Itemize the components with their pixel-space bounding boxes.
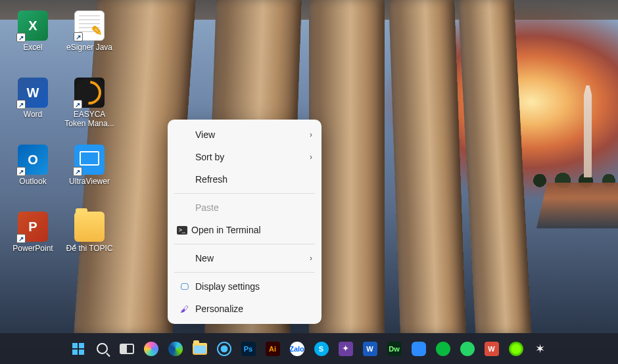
desktop-icon-label: Outlook [19, 177, 46, 187]
ctx-open-terminal[interactable]: >_ Open in Terminal [168, 219, 321, 241]
copilot-button[interactable] [142, 340, 160, 358]
desktop-icon-label: PowerPoint [12, 244, 53, 254]
illustrator-app[interactable]: Ai [264, 340, 282, 358]
copilot-icon [144, 342, 158, 356]
desktop-icon-word[interactable]: W↗Word [7, 74, 59, 139]
separator [174, 244, 315, 244]
shortcut-arrow-icon: ↗ [16, 234, 26, 243]
easyca-icon: ↗ [74, 78, 105, 108]
green-app[interactable] [507, 340, 525, 358]
eagle-app[interactable]: ✶ [531, 340, 550, 358]
ctx-label: Display settings [195, 281, 260, 292]
file-explorer-app[interactable] [191, 340, 209, 358]
dethitopic-icon [74, 212, 105, 242]
desktop-icon-grid: X↗Excel↗eSigner JavaW↗Word↗EASYCA Token … [7, 7, 116, 273]
terminal-icon: >_ [177, 226, 187, 235]
desktop-icon-label: Word [24, 110, 42, 120]
ctx-view[interactable]: View › [168, 124, 321, 146]
ctx-display-settings[interactable]: 🖵 Display settings [168, 275, 321, 298]
word-icon: W↗ [18, 78, 48, 108]
word-app[interactable]: W [361, 340, 379, 358]
ctx-label: Refresh [195, 174, 227, 185]
ctx-label: Sort by [195, 152, 224, 162]
desktop-icon-label: Đề thi TOPIC [66, 244, 112, 254]
ctx-label: New [195, 253, 214, 263]
shortcut-arrow-icon: ↗ [16, 33, 26, 42]
start-button[interactable] [69, 340, 87, 358]
foxit-icon: ✦ [339, 342, 353, 356]
desktop-icon-powerpoint[interactable]: P↗PowerPoint [7, 208, 59, 273]
zoom-app[interactable] [410, 340, 428, 358]
wallpaper-pillar [389, 0, 466, 333]
wallpaper-pool [536, 183, 618, 228]
desktop-icon-label: EASYCA Token Mana... [64, 110, 115, 129]
dw-icon: Dw [387, 342, 402, 356]
shortcut-arrow-icon: ↗ [73, 167, 82, 176]
powerpoint-icon: P↗ [18, 212, 48, 242]
task-view-button[interactable] [118, 340, 136, 358]
windows-icon [72, 343, 84, 355]
wps-icon: W [485, 342, 499, 356]
outlook-icon: O↗ [18, 145, 48, 175]
shortcut-arrow-icon: ↗ [16, 100, 26, 109]
ctx-sort-by[interactable]: Sort by › [168, 146, 321, 168]
zalo-app[interactable]: Zalo [288, 340, 306, 358]
desktop-icon-esigner[interactable]: ↗eSigner Java [63, 7, 116, 72]
desktop-icon-outlook[interactable]: O↗Outlook [7, 141, 59, 206]
chevron-right-icon: › [310, 254, 312, 263]
edge-app[interactable] [166, 340, 185, 358]
whatsapp-app[interactable] [458, 340, 477, 358]
desktop-icon-label: eSigner Java [66, 43, 112, 53]
desktop-icon-easyca[interactable]: ↗EASYCA Token Mana... [63, 74, 116, 139]
edge-icon [168, 342, 183, 356]
assistant-app[interactable] [215, 340, 233, 358]
wps-app[interactable]: W [483, 340, 501, 358]
zoom-icon [412, 342, 426, 356]
folder-icon [193, 343, 207, 355]
desktop[interactable]: X↗Excel↗eSigner JavaW↗Word↗EASYCA Token … [0, 0, 618, 364]
desktop-icon-excel[interactable]: X↗Excel [7, 7, 59, 72]
skype-icon: S [314, 342, 329, 356]
display-icon: 🖵 [177, 282, 191, 292]
chevron-right-icon: › [310, 152, 312, 162]
wordtb-icon: W [363, 342, 377, 356]
shortcut-arrow-icon: ↗ [74, 32, 83, 41]
excel-icon: X↗ [18, 11, 48, 41]
whatsapp-icon [460, 342, 475, 356]
desktop-icon-ultraviewer[interactable]: ↗UltraViewer [63, 141, 116, 206]
zalo-icon: Zalo [290, 342, 304, 356]
taskbar: PsAiZaloS✦WDwW✶ [0, 333, 618, 364]
desktop-icon-label: UltraViewer [69, 177, 110, 187]
search-button[interactable] [93, 340, 112, 358]
separator [174, 193, 315, 194]
personalize-icon: 🖌 [177, 304, 191, 314]
wechat-icon [436, 342, 450, 356]
wechat-app[interactable] [434, 340, 452, 358]
foxit-app[interactable]: ✦ [337, 340, 355, 358]
ultraviewer-icon: ↗ [74, 145, 105, 175]
ctx-label: Open in Terminal [191, 225, 261, 235]
photoshop-app[interactable]: Ps [239, 340, 258, 358]
ctx-label: Paste [195, 202, 219, 213]
desktop-context-menu: View › Sort by › Refresh Paste >_ Open i… [168, 120, 321, 324]
ctx-paste: Paste [168, 196, 321, 219]
circle-icon [217, 342, 231, 356]
separator [174, 272, 315, 273]
shortcut-arrow-icon: ↗ [73, 100, 82, 109]
wallpaper-pillar [458, 0, 532, 333]
ctx-label: View [195, 129, 215, 140]
desktop-icon-dethitopic[interactable]: Đề thi TOPIC [63, 208, 116, 273]
ctx-new[interactable]: New › [168, 247, 321, 269]
dreamweaver-app[interactable]: Dw [385, 340, 404, 358]
ps-icon: Ps [241, 342, 256, 356]
ctx-refresh[interactable]: Refresh [168, 168, 321, 191]
wallpaper-monument [584, 85, 592, 177]
desktop-icon-label: Excel [23, 43, 42, 53]
taskview-icon [120, 344, 134, 354]
ctx-personalize[interactable]: 🖌 Personalize [168, 298, 321, 320]
ctx-label: Personalize [195, 304, 243, 314]
esigner-icon: ↗ [74, 11, 105, 41]
ai-icon: Ai [266, 342, 280, 356]
neon-icon [509, 342, 523, 356]
skype-app[interactable]: S [312, 340, 331, 358]
